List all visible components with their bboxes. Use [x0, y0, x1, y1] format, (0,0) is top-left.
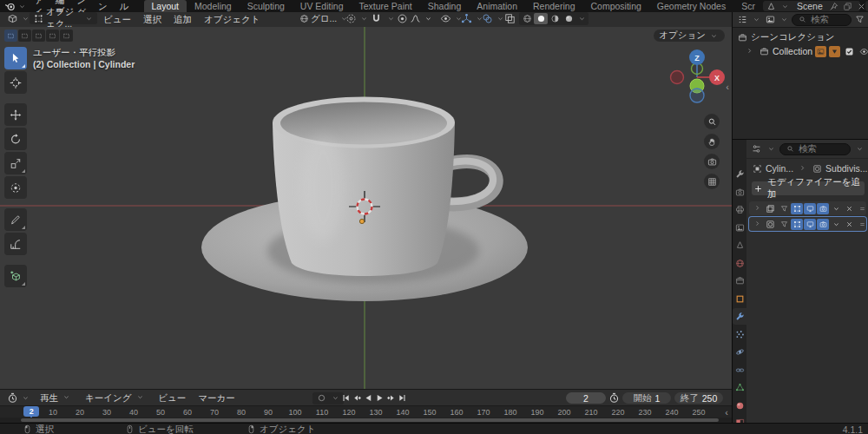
properties-tab-collection[interactable]	[733, 273, 746, 289]
pin-icon[interactable]	[828, 0, 840, 12]
tool-transform[interactable]	[4, 176, 27, 199]
mode-selector[interactable]: オブジェク...	[30, 12, 97, 24]
show-in-render-toggle[interactable]	[817, 203, 829, 214]
scene-collection-row[interactable]: シーンコレクション	[733, 30, 868, 44]
breadcrumb-object[interactable]: Cylin...	[766, 163, 793, 174]
properties-tab-modifiers[interactable]	[733, 308, 746, 325]
tool-scale[interactable]	[4, 152, 27, 174]
timeline-collapse-arrow[interactable]: ‹	[725, 408, 728, 417]
expand-chevron-icon[interactable]	[743, 45, 755, 57]
modifier-expand-icon[interactable]	[751, 202, 763, 214]
workspace-tab-uv-editing[interactable]: UV Editing	[293, 0, 352, 12]
timeline-menu--[interactable]: マーカー	[192, 391, 241, 405]
workspace-tab-geometry-nodes[interactable]: Geometry Nodes	[649, 0, 733, 12]
show-on-cage-toggle[interactable]	[778, 203, 790, 214]
properties-tab-object-data[interactable]	[733, 379, 746, 396]
properties-tab-particles[interactable]	[733, 326, 746, 343]
workspace-tab-texture-paint[interactable]: Texture Paint	[351, 0, 419, 12]
properties-tab-constraints[interactable]	[733, 362, 746, 378]
zoom-button[interactable]	[704, 114, 720, 129]
display-mode-chevron-down-icon[interactable]	[778, 14, 790, 26]
camera-view-button[interactable]	[704, 154, 720, 169]
collection-row[interactable]: Collection	[733, 44, 868, 58]
properties-tab-view-layer[interactable]	[733, 220, 746, 236]
tool-measure[interactable]	[4, 233, 27, 255]
workspace-tab-sculpting[interactable]: Sculpting	[240, 0, 293, 12]
properties-tab-output[interactable]	[733, 201, 746, 218]
modifier-row-subdivision-surface[interactable]	[749, 217, 866, 231]
modifier-drag-handle-icon[interactable]	[856, 218, 868, 230]
new-scene-icon[interactable]	[842, 0, 854, 12]
shading-rendered-button[interactable]	[562, 13, 575, 24]
properties-tab-material[interactable]	[733, 398, 746, 414]
timeline-menu--[interactable]: キーイング	[79, 391, 152, 405]
timeline-ruler[interactable]: 2 ‹ 102030405060708090100110120130140150…	[0, 405, 732, 418]
scene-name[interactable]: Scene	[793, 1, 826, 11]
timeline-menu--[interactable]: 再生	[34, 391, 79, 405]
select-mode-set-button[interactable]	[4, 30, 17, 42]
timeline-menu--[interactable]: ビュー	[152, 391, 192, 405]
sidebar-collapse-arrow[interactable]: ‹	[726, 82, 729, 91]
orthographic-toggle-button[interactable]	[704, 174, 720, 189]
modifier-menu-chevron-icon[interactable]	[830, 218, 842, 230]
properties-tab-object[interactable]	[733, 291, 746, 307]
tool-rotate[interactable]	[4, 128, 27, 150]
shading-solid-button[interactable]	[534, 13, 548, 24]
breadcrumb-modifier[interactable]: Subdivis...	[825, 163, 867, 174]
properties-tab-tool[interactable]	[733, 166, 746, 182]
outliner-editor-icon[interactable]	[736, 14, 748, 26]
outliner-editor-chevron-down-icon[interactable]	[750, 14, 762, 26]
tool-cursor[interactable]	[4, 71, 27, 94]
properties-tab-world[interactable]	[733, 255, 746, 272]
selectable-checkbox-icon[interactable]	[843, 45, 855, 57]
viewport-menu--[interactable]: 追加	[168, 12, 198, 27]
playback-skipEnd-button[interactable]	[397, 392, 408, 404]
xray-toggle-button[interactable]	[501, 12, 518, 25]
modifier-expand-icon[interactable]	[751, 218, 763, 230]
properties-tab-render[interactable]	[733, 184, 746, 201]
tool-move[interactable]	[4, 103, 27, 126]
shading-material-button[interactable]	[548, 13, 562, 24]
falloff-button[interactable]	[406, 12, 437, 25]
logo-chevron-down-icon[interactable]	[16, 0, 28, 12]
pan-button[interactable]	[704, 134, 720, 149]
tool-select-box[interactable]	[4, 47, 27, 69]
modifier-row-solidify[interactable]	[749, 201, 866, 215]
select-mode-subtract-button[interactable]	[32, 30, 45, 42]
add-modifier-button[interactable]: モディファイアーを追加	[752, 181, 865, 195]
gizmo-axis-neg-z[interactable]	[690, 89, 704, 102]
timeline-scrollbar-thumb[interactable]	[21, 418, 719, 422]
show-in-render-toggle[interactable]	[817, 219, 829, 230]
timeline-editor-type-button[interactable]	[3, 391, 34, 404]
workspace-tab-modeling[interactable]: Modeling	[187, 0, 240, 12]
gizmo-axis-neg-x[interactable]	[671, 71, 684, 84]
tool-add-cube[interactable]	[4, 265, 27, 287]
show-in-viewport-toggle[interactable]	[804, 219, 816, 230]
viewport-menu--[interactable]: ビュー	[97, 12, 137, 27]
workspace-tab-compositing[interactable]: Compositing	[582, 0, 648, 12]
playback-playRev-button[interactable]	[363, 392, 374, 404]
show-in-editmode-toggle[interactable]	[791, 219, 803, 230]
workspace-tab-layout[interactable]: Layout	[144, 0, 187, 12]
modifier-delete-icon[interactable]	[843, 218, 855, 230]
properties-editor-chevron-down-icon[interactable]	[765, 143, 777, 155]
properties-options-chevron-icon[interactable]	[853, 143, 865, 155]
selected-data-badge-icon[interactable]	[829, 46, 840, 57]
select-mode-invert-button[interactable]	[46, 30, 59, 42]
shading-chevron-down-icon[interactable]	[575, 13, 588, 25]
workspace-tab-shading[interactable]: Shading	[420, 0, 470, 12]
viewport-menu--[interactable]: 選択	[137, 12, 168, 27]
outliner-search-input[interactable]: 検索	[792, 14, 852, 26]
modifier-menu-chevron-icon[interactable]	[830, 202, 842, 214]
navigation-gizmo[interactable]: Z X	[664, 45, 730, 106]
tool-annotate[interactable]	[4, 208, 27, 231]
properties-search-input[interactable]: 検索	[779, 143, 851, 155]
show-in-editmode-toggle[interactable]	[791, 203, 803, 214]
selected-mesh-badge-icon[interactable]	[815, 46, 826, 57]
workspace-tab-rendering[interactable]: Rendering	[525, 0, 582, 12]
playhead[interactable]: 2	[23, 406, 39, 417]
playback-skipStart-button[interactable]	[340, 392, 352, 404]
use-preview-range-clock-icon[interactable]	[608, 392, 620, 404]
properties-editor-icon[interactable]	[750, 143, 762, 155]
show-in-viewport-toggle[interactable]	[804, 203, 816, 214]
